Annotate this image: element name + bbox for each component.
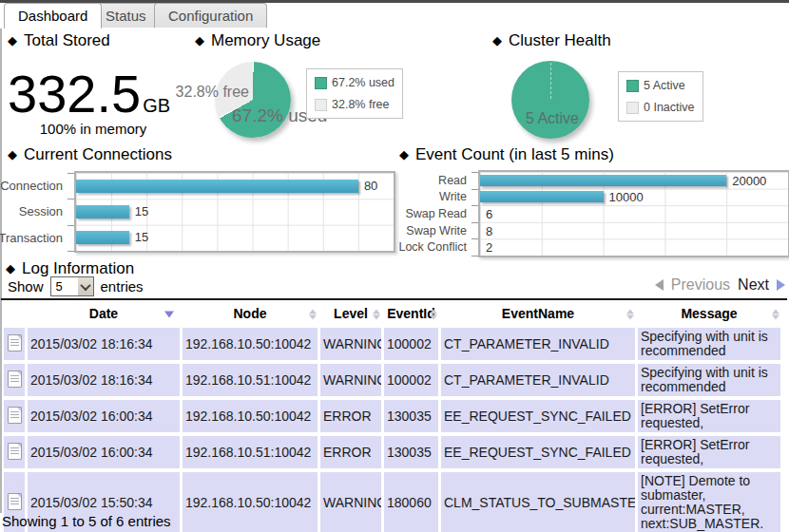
event-id-cell: 100002: [384, 328, 438, 360]
log-table-row: 2015/03/02 16:00:34192.168.10.51:10042ER…: [4, 436, 780, 468]
bar-value-label: 15: [135, 230, 148, 244]
level-cell: WARNING: [320, 472, 381, 532]
axis-tick: [471, 189, 478, 190]
bar-value-label: 15: [135, 204, 148, 218]
bar: [76, 205, 129, 218]
column-header-eventname[interactable]: EventName: [441, 304, 635, 324]
row-icon-cell: [4, 400, 25, 432]
cluster-active-label: 5 Active: [511, 110, 593, 127]
diamond-icon: ◆: [8, 147, 17, 162]
page-size-select-wrap: 5: [50, 276, 94, 296]
legend-item: 0 Inactive: [626, 101, 695, 114]
legend-label: 67.2% used: [332, 76, 394, 89]
bar-value-label: 20000: [732, 174, 766, 188]
show-label: Show: [8, 278, 44, 294]
inactive-swatch-icon: [626, 102, 639, 114]
document-icon[interactable]: [8, 370, 22, 388]
tab-bar: Dashboard Status Configuration: [0, 3, 789, 28]
page-size-select[interactable]: 5: [50, 276, 94, 296]
icon-column-header: [4, 304, 25, 324]
total-stored-title: ◆Total Stored: [8, 31, 110, 50]
axis-tick: [471, 172, 478, 173]
date-cell: 2015/03/02 18:16:34: [28, 364, 180, 396]
table-footer-info: Showing 1 to 5 of 6 entries: [2, 513, 171, 529]
free-swatch-icon: [315, 99, 327, 111]
category-label: Swap Write: [394, 222, 472, 239]
axis-tick: [471, 256, 478, 256]
document-icon[interactable]: [8, 407, 22, 424]
axis-tick: [471, 238, 478, 239]
diamond-icon: ◆: [8, 33, 17, 48]
previous-arrow-icon: [655, 279, 664, 291]
legend-label: 0 Inactive: [644, 101, 695, 114]
bar-value-label: 10000: [609, 190, 644, 204]
category-label: Transaction: [0, 225, 68, 251]
category-label: Connection: [0, 173, 68, 199]
level-cell: WARNING: [320, 364, 381, 396]
document-icon[interactable]: [8, 493, 22, 510]
column-header-level[interactable]: Level: [320, 304, 381, 324]
pie-slice-divider: [550, 63, 551, 99]
log-table-row: 2015/03/02 16:00:34192.168.10.50:10042ER…: [4, 400, 780, 432]
diamond-icon: ◆: [492, 33, 502, 48]
table-header-row: DateNodeLevelEventIdEventNameMessage: [4, 304, 780, 324]
cluster-health-title: ◆Cluster Health: [492, 31, 611, 50]
axis-tick: [67, 173, 74, 174]
node-cell: 192.168.10.50:10042: [183, 328, 318, 360]
bar: [76, 231, 129, 244]
message-cell: Specifying with unit is recommended: [638, 364, 780, 396]
node-cell: 192.168.10.50:10042: [183, 400, 318, 432]
bar: [480, 191, 604, 202]
level-cell: ERROR: [320, 436, 381, 468]
tab-dashboard[interactable]: Dashboard: [4, 3, 102, 28]
column-header-message[interactable]: Message: [638, 304, 780, 324]
level-cell: ERROR: [320, 400, 381, 432]
document-icon[interactable]: [8, 334, 22, 352]
show-entries-control: Show 5 entries: [8, 276, 144, 296]
axis-tick: [471, 222, 478, 223]
column-header-eventid[interactable]: EventId: [384, 304, 438, 324]
legend-label: 32.8% free: [332, 98, 389, 111]
bar-value-label: 2: [486, 240, 492, 255]
event-id-cell: 130035: [384, 400, 438, 432]
column-header-date[interactable]: Date: [28, 304, 180, 324]
next-arrow-icon[interactable]: [777, 279, 785, 291]
previous-button[interactable]: Previous: [671, 276, 730, 294]
row-icon-cell: [4, 328, 25, 360]
bar-value-label: 80: [364, 179, 377, 193]
document-icon[interactable]: [8, 443, 22, 460]
level-cell: WARNING: [320, 328, 381, 360]
sort-both-icon: [626, 309, 634, 319]
event-count-title: ◆Event Count (in last 5 mins): [399, 145, 614, 164]
date-cell: 2015/03/02 16:00:34: [28, 400, 180, 432]
total-stored-note: 100% in memory: [8, 121, 179, 137]
date-cell: 2015/03/02 18:16:34: [28, 328, 180, 360]
category-label: Session: [0, 199, 68, 224]
axis-tick: [471, 205, 478, 206]
axis-tick: [67, 225, 74, 226]
row-icon-cell: [4, 364, 25, 396]
log-table: DateNodeLevelEventIdEventNameMessage 201…: [1, 300, 783, 532]
plot-area: 2000010000682: [478, 170, 789, 257]
next-button[interactable]: Next: [738, 276, 769, 294]
event-name-cell: CT_PARAMETER_INVALID: [441, 364, 635, 396]
sort-desc-icon: [164, 311, 174, 317]
message-cell: [ERROR] SetError requested,: [638, 436, 780, 468]
tab-configuration[interactable]: Configuration: [154, 3, 267, 28]
log-table-wrap: DateNodeLevelEventIdEventNameMessage 201…: [1, 298, 787, 532]
diamond-icon: ◆: [195, 33, 204, 48]
events-chart: ReadWriteSwap ReadSwap WriteLock Conflic…: [394, 170, 789, 260]
memory-usage-legend: 67.2% used 32.8% free: [306, 68, 403, 119]
node-cell: 192.168.10.50:10042: [183, 472, 318, 532]
event-id-cell: 100002: [384, 364, 438, 396]
category-label: Write: [394, 189, 472, 206]
dashboard-page: Dashboard Status Configuration ◆Total St…: [0, 0, 789, 532]
memory-usage-title: ◆Memory Usage: [195, 31, 320, 50]
log-table-row: 2015/03/02 18:16:34192.168.10.50:10042WA…: [4, 328, 780, 360]
node-cell: 192.168.10.51:10042: [183, 436, 318, 468]
event-name-cell: EE_REQUEST_SYNC_FAILED: [441, 436, 635, 468]
message-cell: Specifying with unit is recommended: [638, 328, 780, 360]
row-icon-cell: [4, 436, 25, 468]
column-header-node[interactable]: Node: [183, 304, 318, 324]
total-stored-value: 332.5GB: [8, 63, 170, 124]
